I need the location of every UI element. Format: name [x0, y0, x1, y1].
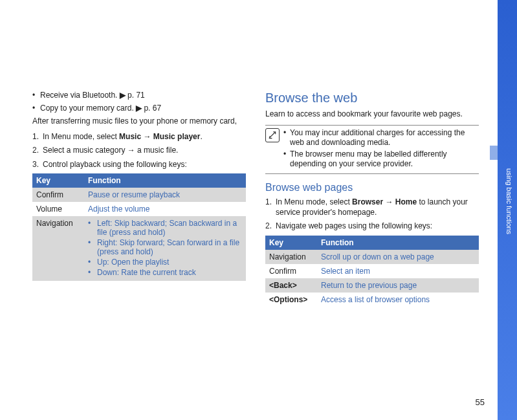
note-body: •You may incur additional charges for ac… [283, 128, 479, 171]
list-item: •Right: Skip forward; Scan forward in a … [88, 238, 242, 256]
step-number: 3. [32, 160, 39, 170]
ref-icon: ▶ [136, 104, 142, 113]
text: Down: Rate the current track [97, 268, 196, 277]
text: In Menu mode, select [276, 197, 352, 206]
heading-browse-web: Browse the web [265, 91, 479, 105]
table-row-navigation: Navigation •Left: Skip backward; Scan ba… [32, 216, 246, 281]
paragraph: Learn to access and bookmark your favour… [265, 109, 479, 120]
bullet-dot: • [88, 219, 97, 237]
table-row: <Back> Return to the previous page [265, 278, 479, 293]
left-column: • Receive via Bluetooth. ▶ p. 71 • Copy … [32, 91, 246, 307]
text: Right: Skip forward; Scan forward in a f… [97, 238, 242, 256]
note-item: •You may incur additional charges for ac… [283, 128, 479, 148]
cell-func: Scroll up or down on a web page [317, 250, 479, 264]
header-function: Function [84, 173, 246, 188]
side-tab-accent [490, 146, 498, 160]
side-label: using basic functions [505, 168, 513, 234]
cell-key: <Back> [265, 278, 317, 293]
page-ref: p. 71 [127, 91, 145, 100]
text: Up: Open the playlist [97, 258, 169, 267]
step-number: 1. [265, 197, 272, 208]
menu-music-player: Music player [153, 132, 201, 141]
list-item: •Down: Rate the current track [88, 268, 242, 277]
bullet-dot: • [283, 128, 290, 148]
step-number: 1. [32, 132, 39, 142]
menu-browser: Browser [352, 197, 383, 206]
right-column: Browse the web Learn to access and bookm… [265, 91, 479, 307]
header-key: Key [32, 173, 84, 188]
cell-func-list: •Left: Skip backward; Scan backward in a… [84, 216, 246, 281]
cell-func: Access a list of browser options [317, 293, 479, 307]
paragraph: After transferring music files to your p… [32, 116, 246, 127]
cell-key: <Options> [265, 293, 317, 307]
bullet-dot: • [283, 149, 290, 170]
note-box: •You may incur additional charges for ac… [265, 125, 479, 174]
text: Left: Skip backward; Scan backward in a … [97, 219, 242, 237]
text: The browser menu may be labelled differe… [290, 149, 479, 170]
table-header-row: Key Function [265, 236, 479, 250]
cell-key: Navigation [32, 216, 84, 281]
table-row: Navigation Scroll up or down on a web pa… [265, 250, 479, 264]
cell-func: Adjust the volume [84, 202, 246, 216]
cell-key: Volume [32, 202, 84, 216]
table-row: Volume Adjust the volume [32, 202, 246, 216]
cell-key: Navigation [265, 250, 317, 264]
heading-browse-pages: Browse web pages [265, 182, 479, 193]
bullet-dot: • [88, 268, 97, 277]
step-2: 2. Select a music category → a music fil… [32, 146, 246, 156]
bullet-dot: • [88, 258, 97, 267]
arrow: → [383, 197, 395, 206]
text: Select a music category → a music file. [43, 146, 178, 155]
bullet-dot: • [88, 238, 97, 256]
page-content: • Receive via Bluetooth. ▶ p. 71 • Copy … [32, 91, 479, 307]
bullet-text: Copy to your memory card. ▶ p. 67 [40, 104, 161, 113]
bullet-dot: • [32, 91, 40, 100]
cell-key: Confirm [265, 264, 317, 278]
note-icon [265, 128, 280, 142]
text: . [200, 132, 202, 141]
step-number: 2. [265, 221, 272, 232]
ref-icon: ▶ [120, 91, 126, 100]
table-row: Confirm Pause or resume playback [32, 188, 246, 202]
step-1: 1. In Menu mode, select Browser → Home t… [265, 197, 479, 217]
bullet-text: Receive via Bluetooth. ▶ p. 71 [40, 91, 145, 100]
menu-home: Home [395, 197, 417, 206]
table-row: <Options> Access a list of browser optio… [265, 293, 479, 307]
text: You may incur additional charges for acc… [290, 128, 479, 148]
text: Receive via Bluetooth. [40, 91, 120, 100]
list-item: •Left: Skip backward; Scan backward in a… [88, 219, 242, 237]
music-keys-table: Key Function Confirm Pause or resume pla… [32, 173, 246, 281]
key-back: <Back> [269, 281, 297, 290]
step-2: 2. Navigate web pages using the followin… [265, 221, 479, 232]
bullet-item: • Receive via Bluetooth. ▶ p. 71 [32, 91, 246, 100]
menu-music: Music [119, 132, 141, 141]
key-options: <Options> [269, 295, 307, 304]
bullet-dot: • [32, 104, 40, 113]
table-row: Confirm Select an item [265, 264, 479, 278]
cell-key: Confirm [32, 188, 84, 202]
nav-functions-list: •Left: Skip backward; Scan backward in a… [88, 219, 242, 277]
text: In Menu mode, select [43, 132, 119, 141]
cell-func: Pause or resume playback [84, 188, 246, 202]
text: Control playback using the following key… [43, 160, 187, 169]
step-3: 3. Control playback using the following … [32, 160, 246, 170]
cell-func: Return to the previous page [317, 278, 479, 293]
page-ref: p. 67 [144, 104, 161, 113]
browser-keys-table: Key Function Navigation Scroll up or dow… [265, 236, 479, 307]
header-key: Key [265, 236, 317, 250]
bullet-item: • Copy to your memory card. ▶ p. 67 [32, 104, 246, 113]
step-number: 2. [32, 146, 39, 156]
page-number: 55 [476, 397, 485, 407]
step-1: 1. In Menu mode, select Music → Music pl… [32, 132, 246, 142]
cell-func: Select an item [317, 264, 479, 278]
list-item: •Up: Open the playlist [88, 258, 242, 267]
text: Copy to your memory card. [40, 104, 136, 113]
text: Navigate web pages using the following k… [276, 221, 432, 230]
table-header-row: Key Function [32, 173, 246, 188]
note-item: •The browser menu may be labelled differ… [283, 149, 479, 170]
arrow: → [141, 132, 153, 141]
header-function: Function [317, 236, 479, 250]
